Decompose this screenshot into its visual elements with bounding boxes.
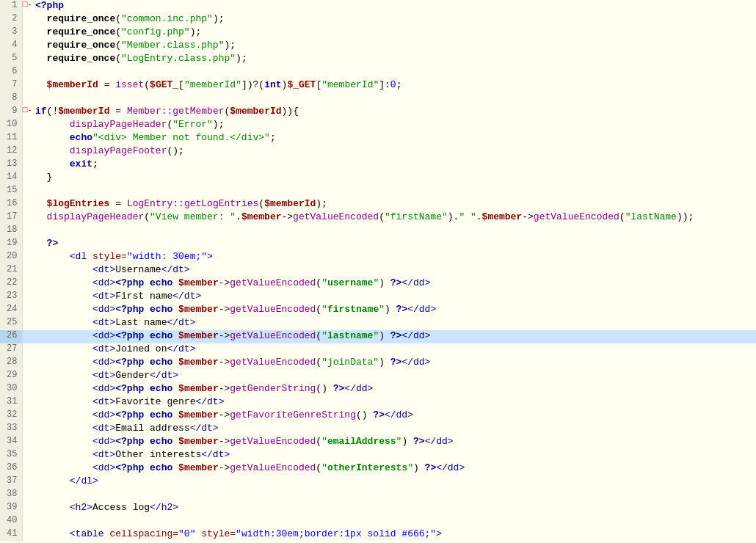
table-row: 15 (0, 185, 756, 198)
code-line: } (32, 172, 756, 185)
table-row: 33 <dt>Email address</dt> (0, 423, 756, 436)
line-number: 25 (0, 317, 22, 330)
line-number: 38 (0, 489, 22, 502)
table-row: 22 <dd><?php echo $member->getValueEncod… (0, 277, 756, 291)
code-line: <dt>Joined on</dt> (32, 343, 756, 357)
code-line: <dt>Favorite genre</dt> (32, 396, 756, 409)
line-number: 7 (0, 79, 22, 92)
code-line: <dd><?php echo $member->getValueEncoded(… (32, 277, 756, 291)
table-row: 20 <dl style="width: 30em;"> (0, 251, 756, 264)
code-line: echo"<div> Member not found.</div>"; (32, 132, 756, 145)
fold-icon (22, 291, 32, 304)
code-line: <dt>Email address</dt> (32, 423, 756, 436)
table-row: 39 <h2>Access log</h2> (0, 502, 756, 515)
line-number: 35 (0, 449, 22, 462)
table-row: 26 <dd><?php echo $member->getValueEncod… (0, 330, 756, 343)
table-row: 16 $logEntries = LogEntry::getLogEntries… (0, 198, 756, 211)
line-number: 37 (0, 475, 22, 489)
table-row: 25 <dt>Last name</dt> (0, 317, 756, 330)
line-number: 28 (0, 357, 22, 370)
code-line: <dd><?php echo $member->getGenderString(… (32, 383, 756, 396)
fold-icon (22, 238, 32, 251)
line-number: 18 (0, 225, 22, 238)
table-row: 24 <dd><?php echo $member->getValueEncod… (0, 304, 756, 317)
line-number: 34 (0, 436, 22, 449)
line-number: 4 (0, 40, 22, 53)
fold-icon (22, 40, 32, 53)
line-number: 26 (0, 330, 22, 343)
line-number: 32 (0, 409, 22, 423)
code-line: require_once("config.php"); (32, 26, 756, 40)
table-row: 6 (0, 66, 756, 79)
table-row: 5 require_once("LogEntry.class.php"); (0, 53, 756, 66)
code-line: <dd><?php echo $member->getValueEncoded(… (32, 436, 756, 449)
line-number: 24 (0, 304, 22, 317)
fold-icon (22, 277, 32, 291)
code-line: displayPageFooter(); (32, 145, 756, 158)
line-number: 9 (0, 106, 22, 119)
table-row: 29 <dt>Gender</dt> (0, 370, 756, 383)
fold-icon (22, 515, 32, 528)
fold-icon (22, 158, 32, 172)
line-number: 22 (0, 277, 22, 291)
code-line: if(!$memberId = Member::getMember($membe… (32, 106, 756, 119)
code-table: 1 □- <?php 2 require_once("common.inc.ph… (0, 0, 756, 542)
line-number: 2 (0, 13, 22, 26)
fold-icon (22, 396, 32, 409)
line-number: 11 (0, 132, 22, 145)
line-number: 33 (0, 423, 22, 436)
line-number: 14 (0, 172, 22, 185)
table-row: 38 (0, 489, 756, 502)
code-line: <dt>Gender</dt> (32, 370, 756, 383)
line-number: 10 (0, 119, 22, 132)
fold-icon (22, 119, 32, 132)
code-line: <dt>Other interests</dt> (32, 449, 756, 462)
fold-icon[interactable]: □- (22, 0, 32, 13)
fold-icon (22, 66, 32, 79)
table-row: 4 require_once("Member.class.php"); (0, 40, 756, 53)
table-row: 27 <dt>Joined on</dt> (0, 343, 756, 357)
line-number: 1 (0, 0, 22, 13)
line-number: 23 (0, 291, 22, 304)
table-row: 13 exit; (0, 158, 756, 172)
code-line: <dd><?php echo $member->getValueEncoded(… (32, 304, 756, 317)
line-number: 17 (0, 211, 22, 225)
fold-icon (22, 436, 32, 449)
line-number: 8 (0, 92, 22, 106)
line-number: 36 (0, 462, 22, 475)
line-number: 5 (0, 53, 22, 66)
code-line (32, 92, 756, 106)
code-line: $logEntries = LogEntry::getLogEntries($m… (32, 198, 756, 211)
table-row: 11 echo"<div> Member not found.</div>"; (0, 132, 756, 145)
code-line (32, 515, 756, 528)
line-number: 29 (0, 370, 22, 383)
fold-icon (22, 370, 32, 383)
fold-icon (22, 462, 32, 475)
table-row: 34 <dd><?php echo $member->getValueEncod… (0, 436, 756, 449)
fold-icon (22, 502, 32, 515)
table-row: 40 (0, 515, 756, 528)
fold-icon[interactable]: □- (22, 106, 32, 119)
code-line: <dd><?php echo $member->getValueEncoded(… (32, 357, 756, 370)
fold-icon (22, 185, 32, 198)
code-line: displayPageHeader("View member: ".$membe… (32, 211, 756, 225)
code-line: <dd><?php echo $member->getValueEncoded(… (32, 330, 756, 343)
table-row: 9 □- if(!$memberId = Member::getMember($… (0, 106, 756, 119)
line-number: 30 (0, 383, 22, 396)
table-row: 23 <dt>First name</dt> (0, 291, 756, 304)
fold-icon (22, 225, 32, 238)
fold-icon (22, 198, 32, 211)
code-line: <dd><?php echo $member->getFavoriteGenre… (32, 409, 756, 423)
code-line: <dt>First name</dt> (32, 291, 756, 304)
code-line: <dl style="width: 30em;"> (32, 251, 756, 264)
fold-icon (22, 304, 32, 317)
code-line: <dd><?php echo $member->getValueEncoded(… (32, 462, 756, 475)
code-line: displayPageHeader("Error"); (32, 119, 756, 132)
fold-icon (22, 145, 32, 158)
code-line (32, 66, 756, 79)
fold-icon (22, 409, 32, 423)
fold-icon (22, 528, 32, 542)
code-line: ?> (32, 238, 756, 251)
line-number: 39 (0, 502, 22, 515)
line-number: 3 (0, 26, 22, 40)
